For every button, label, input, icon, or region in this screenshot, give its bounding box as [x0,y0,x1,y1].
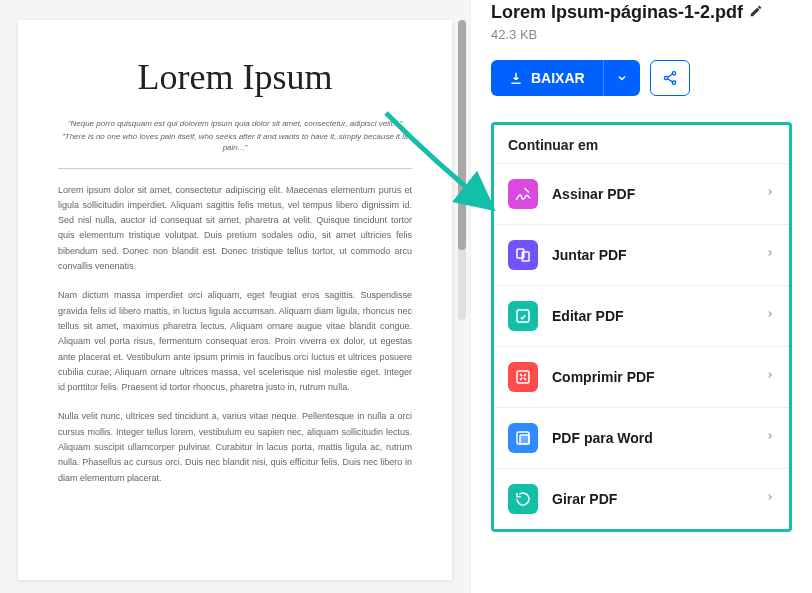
merge-icon [508,240,538,270]
doc-quote-1: "Neque porro quisquam est qui dolorem ip… [58,118,412,129]
action-label: Editar PDF [552,308,751,324]
chevron-down-icon [616,72,628,84]
doc-quote-2: "There is no one who loves pain itself, … [58,131,412,153]
action-item-sign[interactable]: Assinar PDF [494,163,789,224]
download-button-group: BAIXAR [491,60,640,96]
continue-title: Continuar em [494,137,789,163]
download-button[interactable]: BAIXAR [491,60,603,96]
file-size: 42.3 KB [491,27,792,42]
action-list: Assinar PDFJuntar PDFEditar PDFComprimir… [494,163,789,529]
share-icon [662,70,678,86]
chevron-right-icon [765,368,775,386]
svg-rect-7 [517,371,529,383]
preview-scrollbar[interactable] [458,20,466,320]
chevron-right-icon [765,307,775,325]
action-label: Comprimir PDF [552,369,751,385]
svg-rect-6 [517,310,529,322]
svg-rect-9 [520,435,529,444]
svg-point-1 [672,72,675,75]
scrollbar-thumb[interactable] [458,20,466,250]
continue-panel: Continuar em Assinar PDFJuntar PDFEditar… [491,122,792,532]
action-label: PDF para Word [552,430,751,446]
action-label: Assinar PDF [552,186,751,202]
action-label: Juntar PDF [552,247,751,263]
edit-icon [508,301,538,331]
details-pane: Lorem Ipsum-páginas-1-2.pdf 42.3 KB BAIX… [470,0,812,593]
word-icon [508,423,538,453]
file-header: Lorem Ipsum-páginas-1-2.pdf 42.3 KB [491,0,792,42]
doc-paragraph: Lorem ipsum dolor sit amet, consectetur … [58,183,412,275]
download-label: BAIXAR [531,70,585,86]
svg-point-3 [672,81,675,84]
action-item-compress[interactable]: Comprimir PDF [494,346,789,407]
file-name: Lorem Ipsum-páginas-1-2.pdf [491,2,743,23]
sign-icon [508,179,538,209]
action-item-rotate[interactable]: Girar PDF [494,468,789,529]
compress-icon [508,362,538,392]
rotate-icon [508,484,538,514]
preview-pane: Lorem Ipsum "Neque porro quisquam est qu… [0,0,470,593]
document-preview: Lorem Ipsum "Neque porro quisquam est qu… [18,20,452,580]
chevron-right-icon [765,185,775,203]
doc-divider [58,168,412,169]
pencil-icon[interactable] [749,4,763,21]
action-item-merge[interactable]: Juntar PDF [494,224,789,285]
action-label: Girar PDF [552,491,751,507]
action-item-word[interactable]: PDF para Word [494,407,789,468]
chevron-right-icon [765,246,775,264]
share-button[interactable] [650,60,690,96]
action-item-edit[interactable]: Editar PDF [494,285,789,346]
doc-paragraph: Nam dictum massa imperdiet orci aliquam,… [58,288,412,395]
chevron-right-icon [765,429,775,447]
download-dropdown-button[interactable] [603,60,640,96]
chevron-right-icon [765,490,775,508]
download-icon [509,71,523,85]
doc-paragraph: Nulla velit nunc, ultrices sed tincidunt… [58,409,412,485]
doc-title: Lorem Ipsum [58,56,412,98]
svg-point-2 [664,76,667,79]
